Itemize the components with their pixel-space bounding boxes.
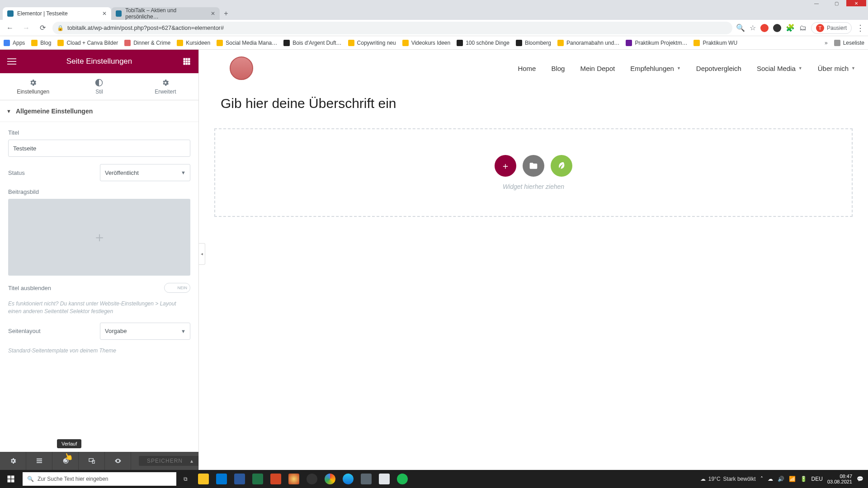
bookmark-item[interactable]: Kursideen (177, 40, 210, 46)
tab-close-icon[interactable]: ✕ (211, 10, 215, 17)
featured-image-picker[interactable]: ＋ (8, 199, 190, 276)
taskbar-app[interactable] (194, 470, 212, 488)
task-view-icon[interactable]: ⧉ (176, 470, 194, 488)
widgets-grid-icon[interactable] (180, 55, 193, 68)
tab-settings[interactable]: Einstellungen (0, 73, 66, 100)
taskbar-app[interactable] (212, 470, 231, 488)
accordion-general[interactable]: ▼ Allgemeine Einstellungen (0, 100, 198, 122)
bookmark-item[interactable]: Bloomberg (516, 40, 551, 46)
volume-icon[interactable]: 🔊 (778, 476, 784, 482)
widget-drop-area[interactable]: ＋ Widget hierher ziehen (214, 128, 853, 217)
weather-text: Stark bewölkt (723, 476, 756, 482)
browser-tab-inactive[interactable]: TobiTalk – Aktien und persönliche… ✕ (111, 7, 220, 20)
window-maximize[interactable]: ▢ (826, 0, 846, 6)
save-button[interactable]: SPEICHERN ▴ (131, 456, 198, 466)
taskbar-app[interactable] (285, 470, 303, 488)
battery-icon[interactable]: 🔋 (800, 476, 807, 482)
tray-chevron-icon[interactable]: ˄ (760, 476, 763, 482)
reload-button[interactable]: ⟳ (36, 22, 49, 34)
footer-settings-icon[interactable] (0, 452, 26, 470)
footer-preview-icon[interactable] (105, 452, 131, 470)
weather-widget[interactable]: ☁ 19°C Stark bewölkt (700, 476, 756, 482)
taskbar-search[interactable]: 🔍 Zur Suche Text hier eingeben (23, 472, 176, 486)
omnibox[interactable]: 🔒 (52, 22, 732, 34)
extensions-icon[interactable]: 🧩 (786, 23, 795, 32)
svg-rect-19 (11, 476, 14, 479)
bookmark-item[interactable]: Apps (4, 40, 25, 46)
bookmark-item[interactable]: Praktikum WU (693, 40, 737, 46)
nav-item-about[interactable]: Über mich▼ (818, 65, 855, 72)
bookmark-item[interactable]: Bois d'Argent Duft… (283, 40, 341, 46)
window-close[interactable]: ✕ (846, 0, 866, 6)
url-input[interactable] (67, 24, 728, 31)
tab-advanced[interactable]: Erweitert (132, 73, 198, 100)
footer-navigator-icon[interactable] (26, 452, 52, 470)
star-icon[interactable]: ☆ (750, 23, 756, 32)
bookmark-item[interactable]: Blog (31, 40, 51, 46)
nav-item-depot[interactable]: Mein Depot (580, 65, 615, 72)
back-button[interactable]: ← (4, 22, 16, 34)
window-minimize[interactable]: — (807, 0, 826, 6)
bookmark-item[interactable]: Cload + Canva Bilder (57, 40, 118, 46)
taskbar-app[interactable] (303, 470, 321, 488)
page-heading[interactable]: Gib hier deine Überschrift ein (199, 87, 868, 125)
bookmarks-overflow[interactable]: » (825, 40, 828, 46)
browser-tab-active[interactable]: Elementor | Testseite ✕ (3, 7, 111, 20)
add-section-button[interactable]: ＋ (495, 155, 516, 177)
bookmark-item[interactable]: 100 schöne Dinge (457, 40, 509, 46)
start-button[interactable] (0, 470, 22, 488)
collapse-sidebar-handle[interactable]: ◂ (199, 243, 205, 265)
readlist-icon[interactable]: 🗂 (799, 24, 807, 32)
bookmark-item[interactable]: Dinner & Crime (124, 40, 170, 46)
language-indicator[interactable]: DEU (811, 476, 823, 482)
profile-chip[interactable]: T Pausiert (811, 22, 852, 34)
svg-rect-0 (7, 58, 16, 59)
taskbar-app[interactable] (375, 470, 393, 488)
taskbar-app[interactable] (339, 470, 357, 488)
extension-icon[interactable] (760, 24, 769, 32)
notifications-icon[interactable]: 💬 (857, 476, 863, 482)
clock[interactable]: 08:47 03.08.2021 (827, 474, 852, 484)
svg-rect-20 (8, 479, 11, 483)
title-input[interactable] (8, 140, 190, 157)
bookmark-item[interactable]: Praktikum Projektm… (626, 40, 687, 46)
taskbar-app[interactable] (249, 470, 267, 488)
folder-icon (557, 40, 564, 46)
chrome-menu-icon[interactable]: ⋮ (856, 23, 864, 33)
forward-button[interactable]: → (20, 22, 33, 34)
layout-select[interactable] (100, 323, 190, 340)
site-logo-avatar[interactable] (230, 56, 253, 80)
taskbar-app[interactable] (231, 470, 249, 488)
taskbar-app[interactable] (357, 470, 375, 488)
sidebar-body: Titel Status ▼ Beitragsbild ＋ Titel a (0, 122, 198, 359)
bookmark-item[interactable]: Panoramabahn und… (557, 40, 619, 46)
wifi-icon[interactable]: 📶 (789, 476, 796, 482)
extension-icon[interactable] (773, 24, 781, 32)
nav-item-empfehlungen[interactable]: Empfehlungen▼ (630, 65, 681, 72)
nav-item-home[interactable]: Home (518, 65, 536, 72)
menu-icon[interactable] (5, 55, 18, 68)
readlist-button[interactable]: Leseliste (834, 40, 864, 46)
envato-button[interactable] (551, 155, 572, 177)
add-template-button[interactable] (523, 155, 544, 177)
bookmark-item[interactable]: Copywriting neu (348, 40, 396, 46)
taskbar-app[interactable] (321, 470, 339, 488)
nav-item-blog[interactable]: Blog (551, 65, 565, 72)
nav-item-social[interactable]: Social Media▼ (757, 65, 802, 72)
bookmark-item[interactable]: Videokurs Ideen (402, 40, 451, 46)
onedrive-icon[interactable]: ☁ (768, 476, 773, 482)
hide-title-toggle[interactable]: NEIN (164, 283, 190, 293)
new-tab-button[interactable]: + (220, 7, 232, 20)
status-select[interactable] (100, 164, 190, 181)
taskbar-app[interactable] (267, 470, 285, 488)
windows-icon (7, 475, 15, 483)
zoom-icon[interactable]: 🔍 (736, 23, 745, 32)
tab-close-icon[interactable]: ✕ (102, 10, 107, 17)
taskbar-app[interactable] (393, 470, 411, 488)
readlist-icon (834, 40, 840, 46)
save-options-icon[interactable]: ▴ (185, 456, 198, 466)
nav-item-depotvergleich[interactable]: Depotvergleich (696, 65, 741, 72)
bookmark-item[interactable]: Social Media Mana… (217, 40, 277, 46)
tab-style[interactable]: Stil (66, 73, 132, 100)
footer-responsive-icon[interactable] (79, 452, 105, 470)
